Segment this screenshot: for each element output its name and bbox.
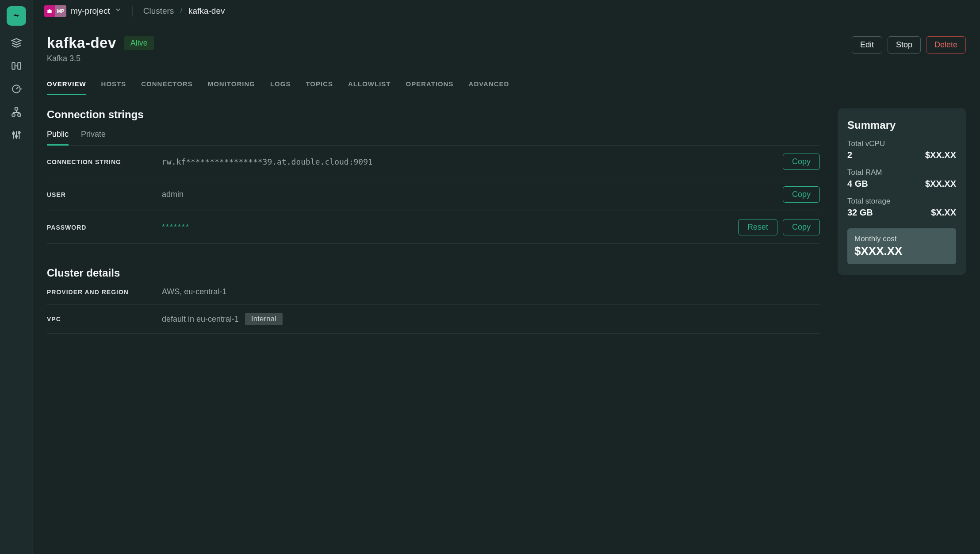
- title-block: kafka-dev Alive Kafka 3.5: [47, 35, 154, 63]
- label-provider: PROVIDER AND REGION: [47, 289, 162, 296]
- label-connection-string: CONNECTION STRING: [47, 158, 162, 165]
- subtab-public[interactable]: Public: [47, 130, 69, 146]
- tab-logs[interactable]: LOGS: [270, 80, 291, 95]
- tab-monitoring[interactable]: MONITORING: [208, 80, 255, 95]
- overview-right: Summary Total vCPU 2 $XX.XX Total RAM 4 …: [838, 108, 966, 334]
- label-vpc: VPC: [47, 315, 162, 323]
- row-user: USER admin Copy: [47, 178, 820, 211]
- project-switcher[interactable]: MP my-project: [44, 5, 122, 17]
- cluster-version: Kafka 3.5: [47, 54, 154, 63]
- value-password: *******: [162, 223, 190, 232]
- breadcrumb: Clusters / kafka-dev: [143, 6, 225, 16]
- svg-rect-3: [15, 108, 18, 110]
- page-title: kafka-dev: [47, 35, 116, 51]
- tag-vpc: Internal: [245, 313, 283, 325]
- summary-card: Summary Total vCPU 2 $XX.XX Total RAM 4 …: [838, 108, 966, 275]
- summary-vcpu-price: $XX.XX: [925, 150, 956, 160]
- summary-ram-label: Total RAM: [847, 168, 956, 177]
- value-provider: AWS, eu-central-1: [162, 287, 226, 296]
- cluster-tabs: OVERVIEW HOSTS CONNECTORS MONITORING LOG…: [47, 80, 966, 95]
- main-panel: MP my-project Clusters / kafka-dev kafka…: [33, 0, 980, 554]
- row-provider: PROVIDER AND REGION AWS, eu-central-1: [47, 279, 820, 305]
- connection-subtabs: Public Private: [47, 130, 820, 146]
- title-row: kafka-dev Alive Kafka 3.5 Edit Stop Dele…: [47, 35, 966, 63]
- edit-button[interactable]: Edit: [852, 36, 882, 54]
- summary-ram-value: 4 GB: [847, 179, 868, 189]
- label-user: USER: [47, 191, 162, 198]
- tab-topics[interactable]: TOPICS: [306, 80, 333, 95]
- copy-connection-button[interactable]: Copy: [783, 154, 820, 170]
- transfer-icon[interactable]: [11, 60, 22, 72]
- app-logo[interactable]: [7, 6, 26, 26]
- breadcrumb-current: kafka-dev: [188, 6, 225, 16]
- copy-user-button[interactable]: Copy: [783, 186, 820, 203]
- meter-icon[interactable]: [11, 83, 22, 95]
- svg-rect-4: [12, 114, 15, 116]
- tab-hosts[interactable]: HOSTS: [101, 80, 126, 95]
- subtab-private[interactable]: Private: [81, 130, 106, 145]
- summary-storage-label: Total storage: [847, 197, 956, 206]
- summary-vcpu-value: 2: [847, 150, 852, 160]
- network-icon[interactable]: [11, 106, 22, 118]
- clusters-icon[interactable]: [11, 37, 22, 49]
- tab-overview[interactable]: OVERVIEW: [47, 80, 86, 95]
- summary-ram: Total RAM 4 GB $XX.XX: [847, 168, 956, 189]
- row-connection-string: CONNECTION STRING rw.kf****************3…: [47, 146, 820, 178]
- label-password: PASSWORD: [47, 224, 162, 231]
- svg-rect-1: [18, 62, 21, 69]
- row-password: PASSWORD ******* Reset Copy: [47, 211, 820, 244]
- breadcrumb-separator: /: [180, 7, 182, 15]
- summary-storage-price: $X.XX: [931, 208, 956, 218]
- summary-vcpu: Total vCPU 2 $XX.XX: [847, 139, 956, 160]
- svg-rect-5: [18, 114, 21, 116]
- summary-cost: Monthly cost $XXX.XX: [847, 228, 956, 264]
- breadcrumb-parent[interactable]: Clusters: [143, 6, 174, 16]
- status-badge: Alive: [124, 36, 154, 50]
- summary-storage-value: 32 GB: [847, 208, 873, 218]
- nav-rail: [0, 0, 33, 554]
- summary-vcpu-label: Total vCPU: [847, 139, 956, 148]
- separator: [132, 6, 133, 16]
- action-buttons: Edit Stop Delete: [852, 36, 966, 54]
- value-user: admin: [162, 190, 184, 199]
- tab-advanced[interactable]: ADVANCED: [469, 80, 509, 95]
- copy-password-button[interactable]: Copy: [783, 219, 820, 235]
- reset-password-button[interactable]: Reset: [738, 219, 777, 235]
- summary-cost-value: $XXX.XX: [854, 244, 949, 258]
- summary-ram-price: $XX.XX: [925, 179, 956, 189]
- svg-rect-0: [12, 62, 15, 69]
- tab-connectors[interactable]: CONNECTORS: [141, 80, 192, 95]
- tab-allowlist[interactable]: ALLOWLIST: [348, 80, 390, 95]
- stop-button[interactable]: Stop: [888, 36, 921, 54]
- project-badge-text: MP: [55, 5, 66, 17]
- sliders-icon[interactable]: [11, 129, 22, 141]
- details-title: Cluster details: [47, 267, 820, 279]
- chevron-down-icon: [115, 6, 122, 15]
- content: kafka-dev Alive Kafka 3.5 Edit Stop Dele…: [33, 22, 980, 334]
- summary-cost-label: Monthly cost: [854, 235, 949, 243]
- summary-storage: Total storage 32 GB $X.XX: [847, 197, 956, 218]
- project-badge: MP: [44, 5, 66, 17]
- project-name: my-project: [71, 6, 110, 16]
- tab-operations[interactable]: OPERATIONS: [406, 80, 453, 95]
- value-connection-string: rw.kf****************39.at.double.cloud:…: [162, 157, 373, 166]
- summary-title: Summary: [847, 119, 956, 131]
- topbar: MP my-project Clusters / kafka-dev: [33, 0, 980, 22]
- delete-button[interactable]: Delete: [926, 36, 966, 54]
- link-vpc[interactable]: default in eu-central-1: [162, 315, 239, 324]
- overview-left: Connection strings Public Private CONNEC…: [47, 108, 820, 334]
- connection-title: Connection strings: [47, 108, 820, 121]
- row-vpc: VPC default in eu-central-1 Internal: [47, 305, 820, 334]
